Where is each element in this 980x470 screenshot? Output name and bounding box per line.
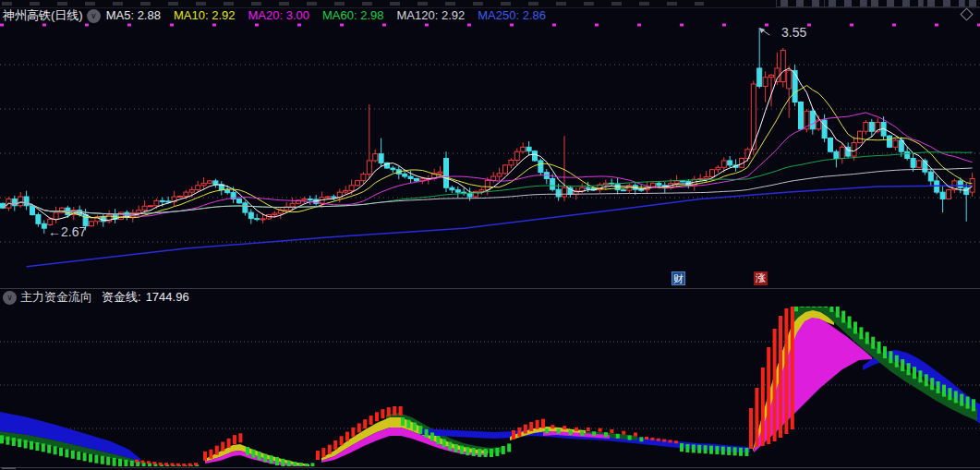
scroll-corner bbox=[2, 467, 16, 469]
event-badge-rise[interactable]: 涨 bbox=[754, 271, 768, 285]
fund-line-label: 资金线: bbox=[102, 289, 141, 306]
flow-panel-header: ∨ 主力资金流向 资金线: 1744.96 bbox=[0, 289, 980, 306]
flow-panel-title: 主力资金流向 bbox=[20, 289, 92, 306]
low-price-annotation: ←2.67 bbox=[48, 224, 86, 239]
fund-line-value: 1744.96 bbox=[146, 289, 189, 306]
bottom-divider bbox=[0, 467, 980, 468]
chevron-down-icon[interactable]: ∨ bbox=[3, 291, 17, 305]
chart-canvas[interactable] bbox=[0, 0, 980, 470]
event-badge-finance[interactable]: 财 bbox=[671, 271, 685, 285]
high-price-annotation: 3.55 bbox=[781, 25, 806, 40]
stock-app-window: 神州高铁(日线) ∨ MA5: 2.88 MA10: 2.92 MA20: 3.… bbox=[0, 0, 980, 470]
